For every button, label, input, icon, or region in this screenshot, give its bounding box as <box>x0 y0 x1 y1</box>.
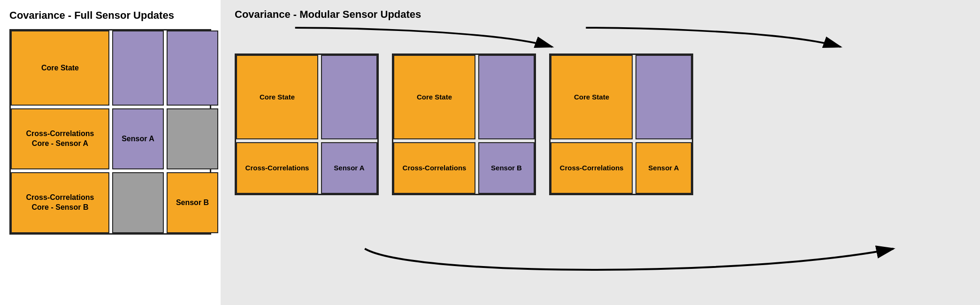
mod-core-state-1: Core State <box>236 55 318 139</box>
modular-container: Core State Cross-Correlations Sensor A C… <box>235 53 969 195</box>
mod-r1c2-1 <box>321 55 377 139</box>
cell-r1c3 <box>167 30 218 106</box>
mod-sensor-b-2: Sensor B <box>478 142 535 194</box>
cell-cross-sensor-b: Cross-CorrelationsCore - Sensor B <box>11 172 109 233</box>
right-panel-title: Covariance - Modular Sensor Updates <box>235 8 969 21</box>
cell-cross-sensor-a: Cross-CorrelationsCore - Sensor A <box>11 108 109 169</box>
modular-unit-1: Core State Cross-Correlations Sensor A <box>235 53 379 195</box>
right-panel: Covariance - Modular Sensor Updates Core… <box>221 0 980 305</box>
mod-r1c2-3 <box>635 55 692 139</box>
bottom-arrow-svg <box>221 239 980 296</box>
cell-r2c3 <box>167 108 218 169</box>
covariance-full-grid: Core State Cross-CorrelationsCore - Sens… <box>9 29 211 235</box>
mod-cross-3: Cross-Correlations <box>551 142 633 194</box>
mod-cross-2: Cross-Correlations <box>393 142 475 194</box>
cell-sensor-a: Sensor A <box>112 108 164 169</box>
cell-r3c2 <box>112 172 164 233</box>
left-panel: Covariance - Full Sensor Updates Core St… <box>0 0 221 305</box>
modular-grid-1: Core State Cross-Correlations Sensor A <box>235 53 379 195</box>
cell-sensor-b: Sensor B <box>167 172 218 233</box>
mod-sensor-a-3: Sensor A <box>635 142 692 194</box>
cell-core-state: Core State <box>11 30 109 106</box>
mod-core-state-3: Core State <box>551 55 633 139</box>
modular-unit-2: Core State Cross-Correlations Sensor B <box>392 53 536 195</box>
left-panel-title: Covariance - Full Sensor Updates <box>9 9 211 22</box>
mod-r1c2-2 <box>478 55 535 139</box>
cell-r1c2 <box>112 30 164 106</box>
mod-sensor-a-1: Sensor A <box>321 142 377 194</box>
mod-core-state-2: Core State <box>393 55 475 139</box>
modular-grid-3: Core State Cross-Correlations Sensor A <box>549 53 693 195</box>
modular-grid-2: Core State Cross-Correlations Sensor B <box>392 53 536 195</box>
modular-unit-3: Core State Cross-Correlations Sensor A <box>549 53 693 195</box>
mod-cross-1: Cross-Correlations <box>236 142 318 194</box>
